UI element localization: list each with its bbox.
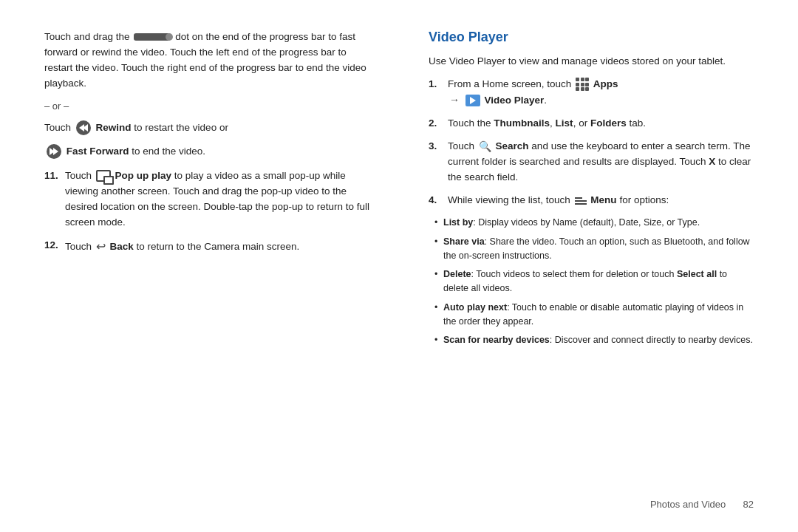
step-2-content: Touch the Thumbnails, List, or Folders t… [448,116,754,132]
bullet-list: List by: Display videos by Name (default… [429,216,754,347]
apps-icon [576,78,589,91]
step-3-text-before: Touch [448,140,474,151]
fast-forward-label: Fast Forward [66,145,129,156]
footer-page: 82 [743,499,754,510]
page-container: Touch and drag the dot on the end of the… [0,0,798,532]
rewind-line: Touch Rewind to restart the video or [44,120,369,136]
delete-label: Delete [443,269,471,279]
step-11-num: 11. [44,168,65,184]
forward-line: Fast Forward to end the video. [44,143,369,160]
search-label: Search [496,140,529,151]
step-11-content: Touch Pop up play to play a video as a s… [65,168,369,231]
left-column: Touch and drag the dot on the end of the… [44,30,384,502]
bullet-share-via: Share via: Share the video. Touch an opt… [436,235,754,263]
bullet-scan: Scan for nearby devices: Discover and co… [436,333,754,347]
menu-label: Menu [590,194,616,205]
step-12-text: to return to the Camera main screen. [137,240,300,251]
right-column: Video Player Use Video Player to view an… [414,30,754,502]
step-1-content: From a Home screen, touch Apps → Video P… [448,77,754,109]
delete-text: : Touch videos to select them for deleti… [471,269,675,279]
back-icon: ↩ [96,238,106,256]
popup-play-icon [96,170,111,182]
menu-icon [575,197,587,205]
scan-text: : Discover and connect directly to nearb… [550,335,753,345]
step-4-num: 4. [429,193,445,208]
touch-label: Touch [44,121,74,132]
forward-text: to end the video. [132,145,205,156]
folders-label: Folders [590,117,627,129]
step-2-num: 2. [429,116,445,132]
step-3-num: 3. [429,139,445,186]
list-by-text: : Display videos by Name (default), Date… [473,217,700,228]
right-step-1: 1. From a Home screen, touch Apps → Vide… [429,77,754,109]
progress-bar-icon [134,33,171,41]
step-3-content: Touch 🔍 Search and use the keyboard to e… [448,139,754,186]
video-player-icon [466,95,480,106]
thumbnails-label: Thumbnails [494,117,550,129]
apps-label: Apps [593,78,618,89]
intro-text: Touch and drag the [44,31,130,42]
step-1-num: 1. [429,77,445,109]
right-step-3: 3. Touch 🔍 Search and use the keyboard t… [429,139,754,186]
step-12-num: 12. [44,238,65,253]
bullet-delete: Delete: Touch videos to select them for … [436,267,754,296]
right-step-4: 4. While viewing the list, touch Menu fo… [429,193,754,208]
step-4-text-after: for options: [619,194,669,205]
bullet-auto-play: Auto play next: Touch to enable or disab… [436,301,754,329]
video-player-label: Video Player [485,95,545,106]
rewind-icon [75,120,92,136]
select-all-label: Select all [677,269,717,279]
step-12: 12. Touch ↩ Back to return to the Camera… [44,238,369,256]
x-label: X [709,156,715,167]
right-step-2: 2. Touch the Thumbnails, List, or Folder… [429,116,754,132]
bullet-list-by: List by: Display videos by Name (default… [436,216,754,230]
page-footer: Photos and Video 82 [650,499,754,510]
rewind-label: Rewind [96,121,132,132]
step-1-text-before: From a Home screen, touch [448,78,571,89]
share-via-label: Share via [443,236,485,247]
share-via-text: : Share the video. Touch an option, such… [443,236,750,261]
right-intro: Use Video Player to view and manage vide… [429,54,754,69]
step-3-text-after: and use the keyboard to enter a search t… [448,140,751,167]
footer-section: Photos and Video [650,499,726,510]
step-4-text-before: While viewing the list, touch [448,194,570,205]
fast-forward-icon [46,143,62,160]
back-label: Back [110,240,134,251]
intro-paragraph: Touch and drag the dot on the end of the… [44,30,369,92]
search-icon: 🔍 [479,139,491,155]
scan-label: Scan for nearby devices [443,335,550,345]
popup-play-label: Pop up play [115,170,172,181]
auto-play-label: Auto play next [443,302,507,313]
step-4-content: While viewing the list, touch Menu for o… [448,193,754,208]
or-divider: – or – [44,99,369,114]
step-12-content: Touch ↩ Back to return to the Camera mai… [65,238,299,256]
rewind-text: to restart the video or [134,121,228,132]
list-by-label: List by [443,217,473,228]
step-2-text: Touch the [448,117,491,129]
step-11: 11. Touch Pop up play to play a video as… [44,168,369,231]
arrow-right: → [449,92,460,109]
section-title: Video Player [429,30,754,45]
list-label: List [556,117,573,129]
